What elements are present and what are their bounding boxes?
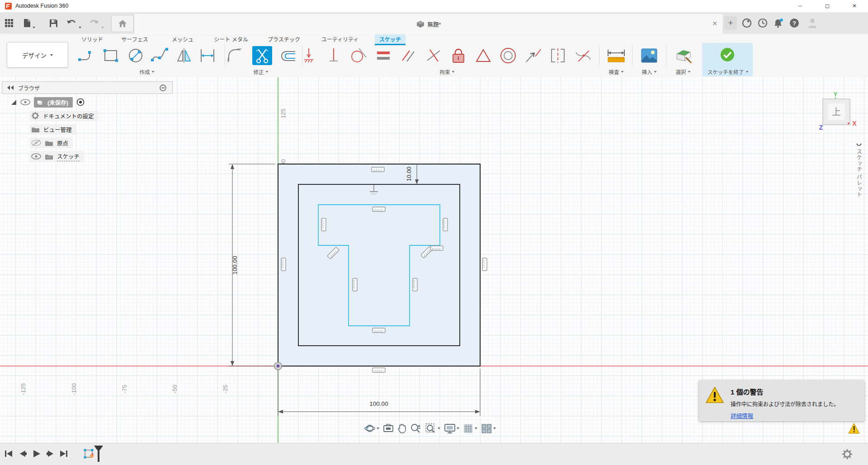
create-group-dropdown[interactable]: 作成 <box>140 68 155 75</box>
help-button[interactable]: ? <box>788 17 801 29</box>
timeline-play-button[interactable] <box>31 448 42 460</box>
activate-target-icon[interactable] <box>76 98 85 106</box>
sketch-palette-collapsed-tab[interactable]: スケッチ パレット <box>852 143 866 197</box>
user-account-button[interactable] <box>806 17 819 29</box>
browser-item-view-management[interactable]: ビュー管理 <box>22 124 173 135</box>
rectangle-tool-button[interactable] <box>101 46 121 65</box>
orbit-button[interactable] <box>364 423 379 433</box>
browser-root-row[interactable]: (未保存) <box>11 97 173 108</box>
insert-image-button[interactable] <box>639 46 659 65</box>
circle-tool-button[interactable] <box>126 46 146 65</box>
close-button[interactable]: ✕ <box>847 2 862 10</box>
canvas-warning-badge[interactable] <box>849 423 859 433</box>
constraint-equal-button[interactable] <box>373 46 393 65</box>
sketch-dimension-button[interactable] <box>198 46 217 65</box>
fit-caret[interactable] <box>438 427 440 429</box>
sketch-origin-point[interactable] <box>274 362 282 370</box>
collapse-panel-icon[interactable] <box>7 85 14 90</box>
measure-button[interactable] <box>606 46 626 65</box>
constraint-coincident-button[interactable] <box>299 46 319 65</box>
constraint-concentric-button[interactable] <box>498 46 518 65</box>
workspace-selector[interactable]: デザイン <box>7 42 68 68</box>
zoom-button[interactable] <box>410 423 421 433</box>
timeline-go-to-end-button[interactable] <box>58 448 70 460</box>
visibility-eye-icon[interactable] <box>20 99 30 105</box>
notifications-button[interactable] <box>772 17 785 29</box>
timeline-go-to-start-button[interactable] <box>3 448 14 460</box>
constraint-fix-button[interactable] <box>448 46 468 65</box>
line-tool-button[interactable] <box>76 46 96 65</box>
browser-item-sketches[interactable]: スケッチ <box>22 151 173 162</box>
constraint-perpendicular-button[interactable] <box>424 46 443 65</box>
visibility-off-eye-icon[interactable] <box>31 140 41 146</box>
grid-settings-button[interactable] <box>463 424 477 433</box>
redo-caret[interactable] <box>101 22 104 30</box>
dimension-bottom-value[interactable]: 100.00 <box>369 400 388 407</box>
constraint-curvature-button[interactable] <box>573 46 593 65</box>
chevron-right-icon[interactable] <box>22 113 26 118</box>
browser-item-origin[interactable]: 原点 <box>22 137 173 148</box>
trim-tool-button[interactable] <box>252 46 272 65</box>
tab-plastic[interactable]: プラスチック <box>263 34 305 44</box>
chevron-right-icon[interactable] <box>22 127 26 132</box>
timeline-step-back-button[interactable] <box>17 448 29 460</box>
document-tab[interactable]: 無題* <box>134 13 723 34</box>
undo-button[interactable] <box>65 17 78 29</box>
tab-solid[interactable]: ソリッド <box>77 34 108 44</box>
undo-caret[interactable] <box>79 22 81 30</box>
save-button[interactable] <box>47 17 60 29</box>
viewports-button[interactable] <box>481 424 496 433</box>
new-tab-button[interactable]: + <box>724 16 737 30</box>
data-panel-button[interactable] <box>3 17 15 29</box>
sketch-outer-square[interactable] <box>278 164 480 366</box>
maximize-button[interactable]: ◻ <box>820 2 835 10</box>
timeline-step-forward-button[interactable] <box>44 448 56 460</box>
dimension-bottom[interactable] <box>278 369 480 416</box>
display-settings-caret[interactable] <box>457 427 459 429</box>
expand-triangle-icon[interactable] <box>11 99 17 105</box>
constraint-midpoint-button[interactable] <box>473 46 493 65</box>
constraints-group-dropdown[interactable]: 拘束 <box>440 68 455 75</box>
insert-group-dropdown[interactable]: 挿入 <box>642 68 657 75</box>
constraint-parallel-button[interactable] <box>398 46 418 65</box>
chevron-right-icon[interactable] <box>22 154 26 159</box>
constraint-symmetry-button[interactable] <box>548 46 568 65</box>
fit-button[interactable] <box>425 423 440 433</box>
viewports-caret[interactable] <box>493 427 496 429</box>
chevron-right-icon[interactable] <box>22 140 26 146</box>
tab-sketch[interactable]: スケッチ <box>375 34 406 45</box>
dimension-offset-value[interactable]: 10.00 <box>406 167 412 182</box>
constraint-tangent-button[interactable] <box>349 46 368 65</box>
look-at-button[interactable] <box>383 424 393 433</box>
viewcube-face-label[interactable]: 上 <box>832 107 841 117</box>
inspect-group-dropdown[interactable]: 検査 <box>609 68 624 75</box>
tab-close-icon[interactable]: ✕ <box>710 19 720 28</box>
view-cube[interactable]: Y 上 Z X <box>819 91 857 131</box>
root-document-label[interactable]: (未保存) <box>47 98 68 107</box>
tab-utilities[interactable]: ユーティリティ <box>317 34 363 44</box>
file-menu-caret[interactable] <box>33 22 35 30</box>
timeline-playhead[interactable] <box>93 445 104 462</box>
panel-minimize-icon[interactable] <box>160 85 166 91</box>
redo-button[interactable] <box>88 17 100 29</box>
home-view-button[interactable] <box>111 15 134 32</box>
display-settings-button[interactable] <box>444 424 459 433</box>
offset-tool-button[interactable] <box>277 46 297 65</box>
minimize-button[interactable]: ─ <box>793 2 808 10</box>
model-canvas[interactable]: 125 100 75 50 25 -125 -100 -75 -50 -25 <box>0 77 868 443</box>
constraint-horizontal-vertical-button[interactable] <box>324 46 344 65</box>
constraint-collinear-button[interactable] <box>523 46 543 65</box>
tab-sheet-metal[interactable]: シート メタル <box>209 34 252 44</box>
tab-surface[interactable]: サーフェス <box>117 34 152 44</box>
dimension-left-value[interactable]: 100.00 <box>231 256 238 274</box>
modify-group-dropdown[interactable]: 修正 <box>254 68 269 75</box>
warning-details-link[interactable]: 詳細情報 <box>731 411 753 420</box>
orbit-caret[interactable] <box>377 427 379 429</box>
browser-header[interactable]: ブラウザ <box>2 81 173 94</box>
select-group-dropdown[interactable]: 選択 <box>676 68 691 75</box>
select-button[interactable] <box>673 46 693 65</box>
pan-button[interactable] <box>397 423 406 433</box>
extensions-button[interactable] <box>741 17 753 29</box>
file-menu-button[interactable] <box>21 17 33 29</box>
grid-settings-caret[interactable] <box>475 427 477 429</box>
